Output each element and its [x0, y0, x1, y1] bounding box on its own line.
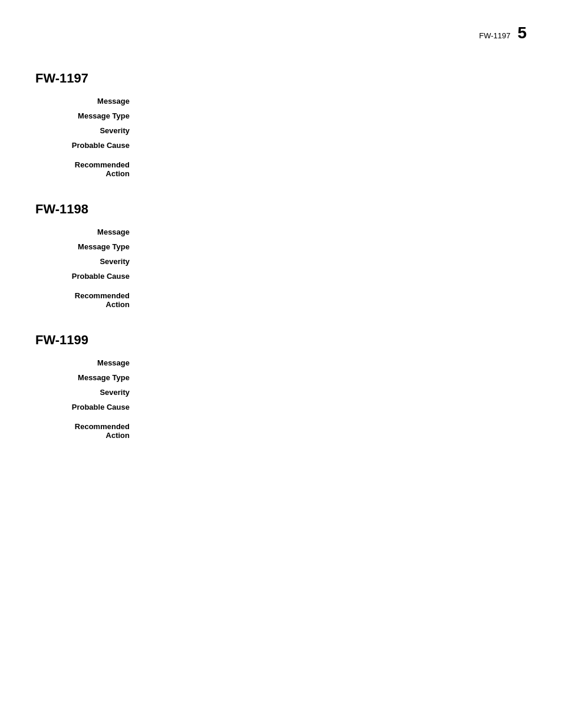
- entry-title-FW-1199: FW-1199: [35, 332, 527, 348]
- field-row: Message Type: [35, 111, 527, 126]
- field-label: Recommended Action: [35, 291, 141, 315]
- field-label: Severity: [35, 388, 141, 403]
- field-value: [141, 126, 527, 141]
- field-label: Probable Cause: [35, 141, 141, 156]
- field-value: [141, 141, 527, 156]
- entry-title-FW-1198: FW-1198: [35, 202, 527, 217]
- field-label: Message: [35, 358, 141, 373]
- entry-fields-FW-1197: MessageMessage TypeSeverityProbable Caus…: [35, 97, 527, 184]
- field-label: Message: [35, 228, 141, 242]
- field-row: Probable Cause: [35, 403, 527, 417]
- field-value: [141, 160, 527, 184]
- field-label: Probable Cause: [35, 403, 141, 417]
- entry-fields-FW-1199: MessageMessage TypeSeverityProbable Caus…: [35, 358, 527, 446]
- field-value: [141, 272, 527, 286]
- field-label: Severity: [35, 126, 141, 141]
- entry-FW-1199: FW-1199MessageMessage TypeSeverityProbab…: [35, 332, 527, 446]
- field-value: [141, 257, 527, 272]
- field-value: [141, 422, 527, 446]
- field-label: Message Type: [35, 111, 141, 126]
- field-value: [141, 388, 527, 403]
- field-value: [141, 228, 527, 242]
- page-number: 5: [517, 24, 527, 42]
- field-label: Recommended Action: [35, 160, 141, 184]
- field-value: [141, 111, 527, 126]
- entry-FW-1198: FW-1198MessageMessage TypeSeverityProbab…: [35, 202, 527, 315]
- field-row: Probable Cause: [35, 272, 527, 286]
- field-row: Recommended Action: [35, 291, 527, 315]
- field-label: Message Type: [35, 242, 141, 257]
- field-value: [141, 242, 527, 257]
- entry-fields-FW-1198: MessageMessage TypeSeverityProbable Caus…: [35, 228, 527, 315]
- field-value: [141, 403, 527, 417]
- field-row: Severity: [35, 257, 527, 272]
- entry-FW-1197: FW-1197MessageMessage TypeSeverityProbab…: [35, 71, 527, 184]
- field-row: Message Type: [35, 373, 527, 388]
- field-row: Recommended Action: [35, 160, 527, 184]
- field-row: Recommended Action: [35, 422, 527, 446]
- field-row: Message Type: [35, 242, 527, 257]
- page-header: FW-1197 5: [479, 24, 527, 42]
- field-spacer: [35, 417, 527, 422]
- field-row: Severity: [35, 388, 527, 403]
- entry-title-FW-1197: FW-1197: [35, 71, 527, 86]
- field-value: [141, 373, 527, 388]
- field-label: Severity: [35, 257, 141, 272]
- field-label: Message Type: [35, 373, 141, 388]
- field-row: Message: [35, 358, 527, 373]
- field-row: Message: [35, 228, 527, 242]
- field-value: [141, 291, 527, 315]
- field-label: Message: [35, 97, 141, 111]
- main-content: FW-1197MessageMessage TypeSeverityProbab…: [35, 71, 527, 446]
- field-row: Severity: [35, 126, 527, 141]
- field-value: [141, 358, 527, 373]
- field-spacer: [35, 156, 527, 160]
- field-value: [141, 97, 527, 111]
- field-row: Probable Cause: [35, 141, 527, 156]
- field-row: Message: [35, 97, 527, 111]
- field-label: Recommended Action: [35, 422, 141, 446]
- field-spacer: [35, 286, 527, 291]
- field-label: Probable Cause: [35, 272, 141, 286]
- page-header-id: FW-1197: [479, 31, 510, 40]
